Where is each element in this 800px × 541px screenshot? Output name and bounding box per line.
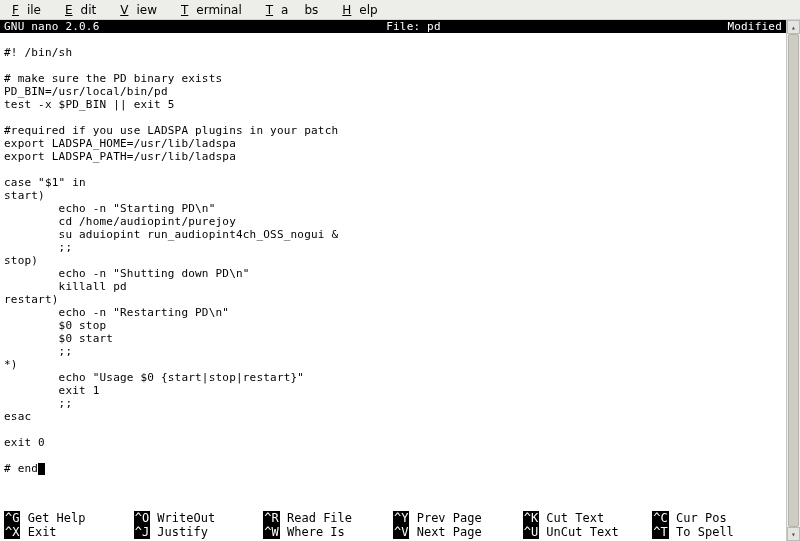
editor-line: echo -n "Shutting down PD\n": [4, 267, 782, 280]
menu-file[interactable]: File: [4, 1, 57, 19]
shortcut-justify: ^J Justify: [134, 525, 264, 539]
shortcut-cut-text: ^K Cut Text: [523, 511, 653, 525]
editor-line: [4, 59, 782, 72]
editor-line: # make sure the PD binary exists: [4, 72, 782, 85]
editor-line: [4, 33, 782, 46]
editor-line: exit 0: [4, 436, 782, 449]
menu-terminal[interactable]: Terminal: [173, 1, 258, 19]
editor-line: case "$1" in: [4, 176, 782, 189]
shortcut-key: ^Y: [393, 511, 409, 525]
scroll-track[interactable]: [787, 34, 800, 527]
menu-tabs[interactable]: Tabs: [258, 1, 335, 19]
shortcut-key: ^R: [263, 511, 279, 525]
scroll-up-button[interactable]: ▴: [787, 20, 800, 34]
terminal-area[interactable]: GNU nano 2.0.6 File: pd Modified #! /bin…: [0, 20, 786, 541]
shortcut-cur-pos: ^C Cur Pos: [652, 511, 782, 525]
shortcut-key: ^V: [393, 525, 409, 539]
shortcut-label: Next Page: [409, 525, 481, 539]
shortcut-label: UnCut Text: [539, 525, 618, 539]
editor-content[interactable]: #! /bin/sh # make sure the PD binary exi…: [0, 33, 786, 475]
scroll-thumb[interactable]: [788, 34, 799, 527]
editor-line: PD_BIN=/usr/local/bin/pd: [4, 85, 782, 98]
shortcut-label: Where Is: [280, 525, 345, 539]
shortcut-label: To Spell: [669, 525, 734, 539]
editor-line: ;;: [4, 241, 782, 254]
shortcut-next-page: ^V Next Page: [393, 525, 523, 539]
shortcut-key: ^G: [4, 511, 20, 525]
shortcut-read-file: ^R Read File: [263, 511, 393, 525]
editor-line: export LADSPA_PATH=/usr/lib/ladspa: [4, 150, 782, 163]
shortcut-key: ^X: [4, 525, 20, 539]
menu-help[interactable]: Help: [334, 1, 393, 19]
editor-line: stop): [4, 254, 782, 267]
editor-line: start): [4, 189, 782, 202]
editor-line: echo -n "Starting PD\n": [4, 202, 782, 215]
menu-edit[interactable]: Edit: [57, 1, 112, 19]
shortcut-writeout: ^O WriteOut: [134, 511, 264, 525]
editor-line: $0 stop: [4, 319, 782, 332]
nano-titlebar: GNU nano 2.0.6 File: pd Modified: [0, 20, 786, 33]
shortcut-exit: ^X Exit: [4, 525, 134, 539]
shortcut-key: ^C: [652, 511, 668, 525]
editor-line: #! /bin/sh: [4, 46, 782, 59]
shortcut-key: ^T: [652, 525, 668, 539]
editor-line: cd /home/audiopint/purejoy: [4, 215, 782, 228]
editor-line: esac: [4, 410, 782, 423]
menubar: File Edit View Terminal Tabs Help: [0, 0, 800, 20]
shortcut-label: WriteOut: [150, 511, 215, 525]
shortcut-where-is: ^W Where Is: [263, 525, 393, 539]
shortcut-label: Cur Pos: [669, 511, 727, 525]
shortcut-get-help: ^G Get Help: [4, 511, 134, 525]
nano-filename: File: pd: [100, 20, 728, 33]
shortcut-key: ^U: [523, 525, 539, 539]
shortcut-key: ^W: [263, 525, 279, 539]
shortcut-label: Get Help: [20, 511, 85, 525]
editor-line: echo -n "Restarting PD\n": [4, 306, 782, 319]
editor-line: [4, 111, 782, 124]
editor-line: export LADSPA_HOME=/usr/lib/ladspa: [4, 137, 782, 150]
shortcut-prev-page: ^Y Prev Page: [393, 511, 523, 525]
vertical-scrollbar[interactable]: ▴ ▾: [786, 20, 800, 541]
shortcut-label: Exit: [20, 525, 56, 539]
shortcut-key: ^O: [134, 511, 150, 525]
editor-line: test -x $PD_BIN || exit 5: [4, 98, 782, 111]
editor-line: echo "Usage $0 {start|stop|restart}": [4, 371, 782, 384]
shortcut-key: ^K: [523, 511, 539, 525]
editor-line: [4, 449, 782, 462]
editor-line: ;;: [4, 345, 782, 358]
editor-line: # end: [4, 462, 782, 475]
shortcut-label: Prev Page: [409, 511, 481, 525]
editor-line: #required if you use LADSPA plugins in y…: [4, 124, 782, 137]
shortcut-label: Read File: [280, 511, 352, 525]
editor-line: *): [4, 358, 782, 371]
shortcut-to-spell: ^T To Spell: [652, 525, 782, 539]
shortcut-key: ^J: [134, 525, 150, 539]
nano-version: GNU nano 2.0.6: [4, 20, 100, 33]
shortcut-label: Cut Text: [539, 511, 604, 525]
menu-view[interactable]: View: [112, 1, 173, 19]
text-cursor: [38, 463, 45, 475]
editor-line: ;;: [4, 397, 782, 410]
nano-modified-status: Modified: [727, 20, 782, 33]
editor-line: $0 start: [4, 332, 782, 345]
scroll-down-button[interactable]: ▾: [787, 527, 800, 541]
nano-shortcut-bar: ^G Get Help^O WriteOut^R Read File^Y Pre…: [0, 511, 786, 541]
editor-line: exit 1: [4, 384, 782, 397]
editor-line: [4, 423, 782, 436]
editor-line: [4, 163, 782, 176]
editor-line: su aduiopint run_audiopint4ch_OSS_nogui …: [4, 228, 782, 241]
shortcut-uncut-text: ^U UnCut Text: [523, 525, 653, 539]
editor-line: killall pd: [4, 280, 782, 293]
editor-line: restart): [4, 293, 782, 306]
shortcut-label: Justify: [150, 525, 208, 539]
